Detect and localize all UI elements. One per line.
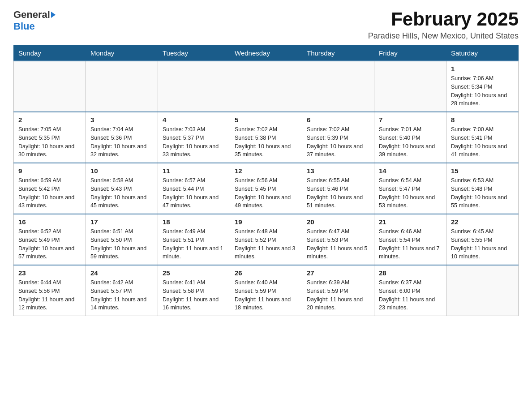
calendar-day-cell [302, 61, 374, 112]
day-info: Sunrise: 7:04 AM Sunset: 5:36 PM Dayligh… [90, 125, 153, 159]
calendar-day-header: Monday [86, 46, 158, 61]
day-info: Sunrise: 7:03 AM Sunset: 5:37 PM Dayligh… [163, 125, 225, 159]
page-header: General Blue February 2025 Paradise Hill… [13, 9, 519, 41]
day-number: 4 [163, 116, 225, 124]
calendar-week-row: 9Sunrise: 6:59 AM Sunset: 5:42 PM Daylig… [14, 163, 519, 214]
calendar-day-header: Tuesday [158, 46, 230, 61]
calendar-week-row: 1Sunrise: 7:06 AM Sunset: 5:34 PM Daylig… [14, 61, 519, 112]
day-info: Sunrise: 6:44 AM Sunset: 5:56 PM Dayligh… [18, 278, 81, 312]
calendar-day-cell: 12Sunrise: 6:56 AM Sunset: 5:45 PM Dayli… [230, 163, 302, 214]
logo-blue-text: Blue [13, 21, 35, 32]
calendar-day-cell: 26Sunrise: 6:40 AM Sunset: 5:59 PM Dayli… [230, 265, 302, 316]
calendar-day-cell: 22Sunrise: 6:45 AM Sunset: 5:55 PM Dayli… [446, 214, 519, 265]
day-number: 19 [235, 218, 297, 226]
calendar-day-cell: 16Sunrise: 6:52 AM Sunset: 5:49 PM Dayli… [14, 214, 86, 265]
day-number: 14 [379, 167, 442, 175]
day-info: Sunrise: 6:58 AM Sunset: 5:43 PM Dayligh… [90, 176, 153, 210]
day-number: 2 [18, 116, 81, 124]
calendar-day-cell [230, 61, 302, 112]
calendar-day-cell: 8Sunrise: 7:00 AM Sunset: 5:41 PM Daylig… [446, 112, 519, 163]
logo-general-label: General [13, 9, 50, 21]
calendar-day-cell: 24Sunrise: 6:42 AM Sunset: 5:57 PM Dayli… [86, 265, 158, 316]
day-info: Sunrise: 7:02 AM Sunset: 5:39 PM Dayligh… [307, 125, 369, 159]
day-info: Sunrise: 7:00 AM Sunset: 5:41 PM Dayligh… [451, 125, 514, 159]
day-info: Sunrise: 6:54 AM Sunset: 5:47 PM Dayligh… [379, 176, 442, 210]
day-info: Sunrise: 6:53 AM Sunset: 5:48 PM Dayligh… [451, 176, 514, 210]
day-info: Sunrise: 6:57 AM Sunset: 5:44 PM Dayligh… [163, 176, 225, 210]
calendar-day-cell: 7Sunrise: 7:01 AM Sunset: 5:40 PM Daylig… [374, 112, 446, 163]
month-title: February 2025 [368, 9, 519, 30]
day-number: 26 [235, 269, 297, 277]
calendar-day-cell: 13Sunrise: 6:55 AM Sunset: 5:46 PM Dayli… [302, 163, 374, 214]
day-number: 9 [18, 167, 81, 175]
calendar-day-header: Wednesday [230, 46, 302, 61]
calendar-day-cell: 18Sunrise: 6:49 AM Sunset: 5:51 PM Dayli… [158, 214, 230, 265]
calendar-day-header: Sunday [14, 46, 86, 61]
calendar-day-cell: 11Sunrise: 6:57 AM Sunset: 5:44 PM Dayli… [158, 163, 230, 214]
calendar-day-cell: 2Sunrise: 7:05 AM Sunset: 5:35 PM Daylig… [14, 112, 86, 163]
day-number: 16 [18, 218, 81, 226]
calendar-day-cell [446, 265, 519, 316]
day-number: 20 [307, 218, 369, 226]
calendar-day-cell [374, 61, 446, 112]
day-number: 24 [90, 269, 153, 277]
calendar-day-header: Thursday [302, 46, 374, 61]
calendar-week-row: 2Sunrise: 7:05 AM Sunset: 5:35 PM Daylig… [14, 112, 519, 163]
day-number: 10 [90, 167, 153, 175]
calendar-day-cell: 20Sunrise: 6:47 AM Sunset: 5:53 PM Dayli… [302, 214, 374, 265]
calendar-day-cell: 5Sunrise: 7:02 AM Sunset: 5:38 PM Daylig… [230, 112, 302, 163]
calendar-day-cell: 23Sunrise: 6:44 AM Sunset: 5:56 PM Dayli… [14, 265, 86, 316]
day-number: 3 [90, 116, 153, 124]
title-section: February 2025 Paradise Hills, New Mexico… [368, 9, 519, 41]
calendar-day-cell: 27Sunrise: 6:39 AM Sunset: 5:59 PM Dayli… [302, 265, 374, 316]
day-info: Sunrise: 6:47 AM Sunset: 5:53 PM Dayligh… [307, 227, 369, 261]
day-number: 6 [307, 116, 369, 124]
day-info: Sunrise: 7:02 AM Sunset: 5:38 PM Dayligh… [235, 125, 297, 159]
day-number: 12 [235, 167, 297, 175]
day-number: 25 [163, 269, 225, 277]
calendar-table: SundayMondayTuesdayWednesdayThursdayFrid… [13, 45, 519, 316]
calendar-day-cell: 19Sunrise: 6:48 AM Sunset: 5:52 PM Dayli… [230, 214, 302, 265]
day-number: 22 [451, 218, 514, 226]
calendar-day-cell: 28Sunrise: 6:37 AM Sunset: 6:00 PM Dayli… [374, 265, 446, 316]
logo-blue-label: Blue [13, 21, 35, 32]
logo: General Blue [13, 9, 56, 32]
day-info: Sunrise: 6:46 AM Sunset: 5:54 PM Dayligh… [379, 227, 442, 261]
day-number: 28 [379, 269, 442, 277]
day-number: 21 [379, 218, 442, 226]
calendar-day-cell: 9Sunrise: 6:59 AM Sunset: 5:42 PM Daylig… [14, 163, 86, 214]
day-number: 27 [307, 269, 369, 277]
day-info: Sunrise: 7:01 AM Sunset: 5:40 PM Dayligh… [379, 125, 442, 159]
day-info: Sunrise: 6:49 AM Sunset: 5:51 PM Dayligh… [163, 227, 225, 261]
day-info: Sunrise: 6:55 AM Sunset: 5:46 PM Dayligh… [307, 176, 369, 210]
calendar-day-cell: 14Sunrise: 6:54 AM Sunset: 5:47 PM Dayli… [374, 163, 446, 214]
day-info: Sunrise: 6:40 AM Sunset: 5:59 PM Dayligh… [235, 278, 297, 312]
calendar-day-cell: 17Sunrise: 6:51 AM Sunset: 5:50 PM Dayli… [86, 214, 158, 265]
calendar-day-header: Saturday [446, 46, 519, 61]
day-info: Sunrise: 6:52 AM Sunset: 5:49 PM Dayligh… [18, 227, 81, 261]
day-info: Sunrise: 6:41 AM Sunset: 5:58 PM Dayligh… [163, 278, 225, 312]
day-number: 17 [90, 218, 153, 226]
calendar-day-cell: 21Sunrise: 6:46 AM Sunset: 5:54 PM Dayli… [374, 214, 446, 265]
day-number: 1 [451, 65, 514, 73]
calendar-day-cell: 1Sunrise: 7:06 AM Sunset: 5:34 PM Daylig… [446, 61, 519, 112]
day-number: 18 [163, 218, 225, 226]
calendar-day-cell: 10Sunrise: 6:58 AM Sunset: 5:43 PM Dayli… [86, 163, 158, 214]
day-info: Sunrise: 6:45 AM Sunset: 5:55 PM Dayligh… [451, 227, 514, 261]
calendar-day-header: Friday [374, 46, 446, 61]
day-number: 23 [18, 269, 81, 277]
calendar-day-cell: 3Sunrise: 7:04 AM Sunset: 5:36 PM Daylig… [86, 112, 158, 163]
calendar-day-cell: 15Sunrise: 6:53 AM Sunset: 5:48 PM Dayli… [446, 163, 519, 214]
day-info: Sunrise: 6:56 AM Sunset: 5:45 PM Dayligh… [235, 176, 297, 210]
day-number: 15 [451, 167, 514, 175]
day-number: 8 [451, 116, 514, 124]
day-info: Sunrise: 6:51 AM Sunset: 5:50 PM Dayligh… [90, 227, 153, 261]
location-title: Paradise Hills, New Mexico, United State… [368, 31, 519, 41]
day-number: 11 [163, 167, 225, 175]
calendar-week-row: 23Sunrise: 6:44 AM Sunset: 5:56 PM Dayli… [14, 265, 519, 316]
day-number: 13 [307, 167, 369, 175]
calendar-header-row: SundayMondayTuesdayWednesdayThursdayFrid… [14, 46, 519, 61]
day-info: Sunrise: 6:42 AM Sunset: 5:57 PM Dayligh… [90, 278, 153, 312]
calendar-day-cell: 6Sunrise: 7:02 AM Sunset: 5:39 PM Daylig… [302, 112, 374, 163]
day-info: Sunrise: 6:39 AM Sunset: 5:59 PM Dayligh… [307, 278, 369, 312]
